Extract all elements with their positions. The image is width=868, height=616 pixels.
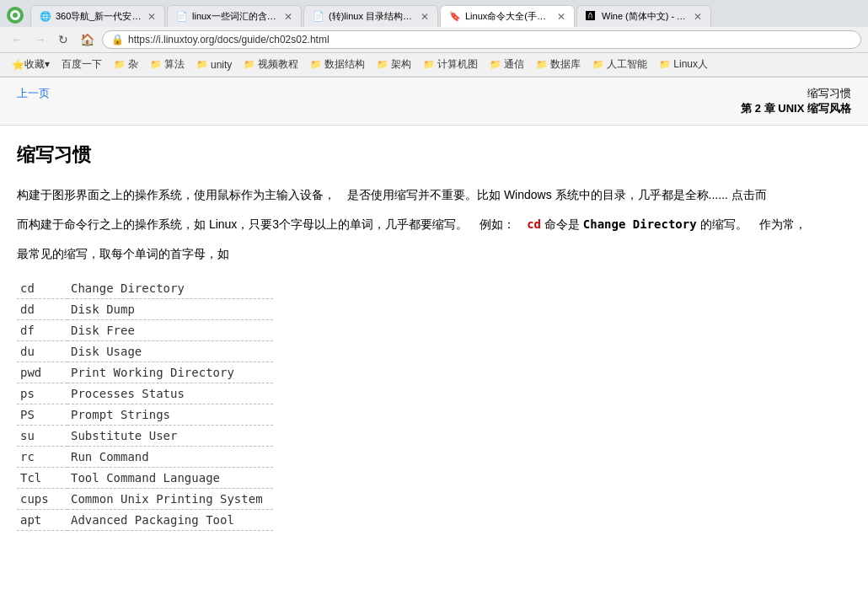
para-3: 最常见的缩写，取每个单词的首字母，如 (17, 244, 851, 265)
full-cell: Disk Free (67, 319, 273, 340)
home-button[interactable]: 🏠 (76, 31, 99, 48)
abbr-cell: dd (17, 298, 67, 319)
article-title: 缩写习惯 (17, 142, 851, 168)
favorites-label: 收藏▾ (24, 57, 50, 72)
cd-full-code: Change Directory (583, 217, 697, 231)
chapter-full-title: 第 2 章 UNIX 缩写风格 (741, 101, 851, 116)
chapter-section-title: 缩写习惯 (741, 86, 851, 101)
full-cell: Run Command (67, 446, 273, 467)
tab-1-label: 360导航_新一代安全上页 (56, 10, 143, 23)
star-icon: ⭐ (12, 59, 24, 71)
address-input[interactable] (128, 34, 852, 46)
abbr-cell: su (17, 425, 67, 446)
tab-1-favicon: 🌐 (40, 11, 51, 23)
baidu-label: 百度一下 (62, 57, 102, 72)
table-row: su Substitute User (17, 425, 273, 446)
tab-4-label: Linux命令大全(手册)_Linu× (465, 10, 553, 23)
abbr-cell: pwd (17, 362, 67, 383)
bookmark-arch[interactable]: 架构 (372, 56, 416, 73)
bookmark-linux[interactable]: Linux人 (654, 56, 713, 73)
tab-4-favicon: 🔖 (449, 11, 461, 23)
tab-2[interactable]: 📄 linux一些词汇的含义_百度× ✕ (167, 5, 302, 27)
bookmark-misc[interactable]: 杂 (109, 56, 143, 73)
browser-chrome: 🌐 360导航_新一代安全上页 ✕ 📄 linux一些词汇的含义_百度× ✕ 📄… (0, 0, 868, 78)
bookmark-unity[interactable]: unity (191, 57, 237, 72)
tab-2-label: linux一些词汇的含义_百度× (192, 10, 280, 23)
full-cell: Tool Command Language (67, 467, 273, 488)
abbr-cell: du (17, 340, 67, 362)
tab-3-label: (转)linux 目录结构及其含义 (329, 10, 416, 23)
para-1: 构建于图形界面之上的操作系统，使用鼠标作为主输入设备， 是否使用缩写并不重要。比… (17, 185, 851, 206)
bookmark-ds[interactable]: 数据结构 (305, 56, 370, 73)
linux-label: Linux人 (673, 57, 708, 72)
ds-label: 数据结构 (324, 57, 365, 72)
full-cell: Prompt Strings (67, 404, 273, 425)
full-cell: Advanced Packaging Tool (67, 509, 273, 530)
forward-button[interactable]: → (30, 31, 51, 48)
tab-bar: 🌐 360导航_新一代安全上页 ✕ 📄 linux一些词汇的含义_百度× ✕ 📄… (0, 0, 868, 27)
bookmark-comm[interactable]: 通信 (485, 56, 529, 73)
cg-label: 计算机图 (437, 57, 478, 72)
abbr-cell: ps (17, 383, 67, 404)
bookmark-baidu[interactable]: 百度一下 (56, 56, 107, 73)
tab-2-close[interactable]: ✕ (284, 11, 292, 23)
table-row: dd Disk Dump (17, 298, 273, 319)
tab-1[interactable]: 🌐 360导航_新一代安全上页 ✕ (30, 5, 165, 27)
back-button[interactable]: ← (7, 31, 27, 48)
bookmarks-bar: ⭐ 收藏▾ 百度一下 杂 算法 unity 视频教程 数据结构 架构 计算机图 … (0, 53, 868, 77)
tab-5[interactable]: 🅰 Wine (简体中文) - ArchW× ✕ (576, 5, 711, 27)
abbr-cell: cups (17, 488, 67, 509)
tab-1-close[interactable]: ✕ (147, 11, 156, 23)
full-cell: Print Working Directory (67, 362, 273, 383)
abbr-table: cd Change Directory dd Disk Dump df Disk… (17, 278, 273, 531)
table-row: rc Run Command (17, 446, 273, 467)
abbr-cell: PS (17, 404, 67, 425)
tab-4-close[interactable]: ✕ (557, 11, 565, 23)
abbr-cell: cd (17, 278, 67, 299)
address-bar[interactable]: 🔒 (102, 30, 861, 49)
bookmark-video[interactable]: 视频教程 (238, 56, 303, 73)
arch-label: 架构 (391, 57, 411, 72)
abbr-cell: rc (17, 446, 67, 467)
lock-icon: 🔒 (111, 34, 124, 46)
tab-5-close[interactable]: ✕ (694, 11, 702, 23)
table-row: PS Prompt Strings (17, 404, 273, 425)
unity-label: unity (211, 59, 232, 71)
tab-3-close[interactable]: ✕ (421, 11, 429, 23)
full-cell: Common Unix Printing System (67, 488, 273, 509)
tab-3-favicon: 📄 (313, 11, 324, 23)
bookmark-db[interactable]: 数据库 (531, 56, 586, 73)
table-row: Tcl Tool Command Language (17, 467, 273, 488)
bookmark-favorites-dropdown[interactable]: ⭐ 收藏▾ (7, 56, 55, 73)
bookmark-ai[interactable]: 人工智能 (587, 56, 652, 73)
table-row: pwd Print Working Directory (17, 362, 273, 383)
svg-point-2 (13, 13, 18, 18)
ai-label: 人工智能 (607, 57, 647, 72)
full-cell: Disk Usage (67, 340, 273, 362)
bookmark-algo[interactable]: 算法 (145, 56, 190, 73)
full-cell: Substitute User (67, 425, 273, 446)
browser-logo (3, 3, 27, 27)
page-nav-header: 上一页 缩写习惯 第 2 章 UNIX 缩写风格 (0, 78, 868, 126)
article: 缩写习惯 构建于图形界面之上的操作系统，使用鼠标作为主输入设备， 是否使用缩写并… (0, 126, 868, 548)
abbr-cell: apt (17, 509, 67, 530)
reload-button[interactable]: ↻ (54, 31, 72, 48)
abbr-cell: Tcl (17, 467, 67, 488)
chapter-nav: 缩写习惯 第 2 章 UNIX 缩写风格 (741, 86, 851, 116)
full-cell: Processes Status (67, 383, 273, 404)
table-row: ps Processes Status (17, 383, 273, 404)
table-row: df Disk Free (17, 319, 273, 340)
tab-3[interactable]: 📄 (转)linux 目录结构及其含义 ✕ (303, 5, 438, 27)
misc-label: 杂 (128, 57, 138, 72)
video-label: 视频教程 (258, 57, 298, 72)
tab-4[interactable]: 🔖 Linux命令大全(手册)_Linu× ✕ (440, 5, 575, 27)
abbr-cell: df (17, 319, 67, 340)
table-row: cd Change Directory (17, 278, 273, 299)
prev-page-link[interactable]: 上一页 (17, 86, 50, 101)
db-label: 数据库 (550, 57, 581, 72)
tab-2-favicon: 📄 (176, 11, 188, 23)
para-2: 而构建于命令行之上的操作系统，如 Linux，只要3个字母以上的单词，几乎都要缩… (17, 214, 851, 235)
nav-bar: ← → ↻ 🏠 🔒 (0, 27, 868, 53)
comm-label: 通信 (504, 57, 524, 72)
bookmark-cg[interactable]: 计算机图 (418, 56, 483, 73)
